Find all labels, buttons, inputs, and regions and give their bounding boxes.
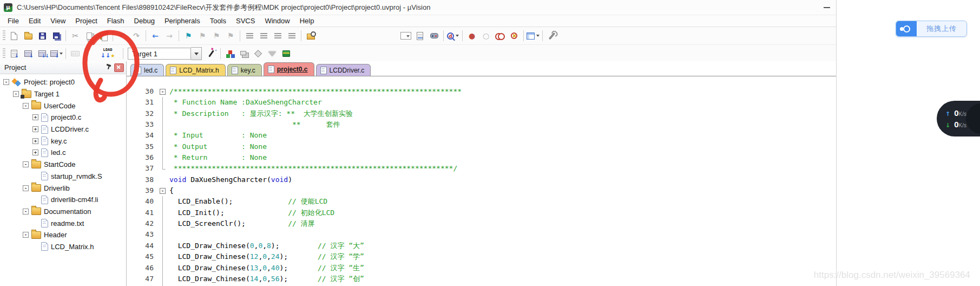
disable-all-breakpoints-button[interactable] [494, 30, 507, 42]
project-tree[interactable]: -Project: project0-Target 1-UserCode+pro… [0, 74, 126, 286]
find-in-files-button[interactable] [304, 30, 317, 42]
multi-project-workspace-button[interactable] [238, 48, 251, 60]
menu-item-project[interactable]: Project [70, 15, 102, 27]
open-file-button[interactable] [22, 30, 35, 42]
target-select-value[interactable]: Target 1 [128, 48, 191, 60]
tab-led-c[interactable]: led.c [130, 64, 164, 76]
menu-item-view[interactable]: View [45, 15, 70, 27]
tree-item-lcddriver-c[interactable]: +LCDDriver.c [0, 123, 126, 135]
bookmark-next-button[interactable]: ⚑ [210, 30, 223, 42]
tab-key-c[interactable]: key.c [227, 64, 262, 76]
collapse-box[interactable]: - [23, 161, 29, 167]
search-combo[interactable] [399, 30, 412, 42]
tree-item-key-c[interactable]: +key.c [0, 135, 126, 147]
select-device-button[interactable] [266, 48, 279, 60]
bookmark-clear-button[interactable]: ⚑ [224, 30, 237, 42]
menu-item-debug[interactable]: Debug [129, 15, 160, 27]
navigate-forward-button[interactable]: → [163, 30, 176, 42]
toolbar-grip[interactable] [3, 48, 5, 59]
software-packs-button[interactable] [252, 48, 265, 60]
debug-session-button[interactable]: d [446, 30, 459, 42]
tree-item-lcd-matrix-h[interactable]: LCD_Matrix.h [0, 241, 126, 253]
tree-item-project0-c[interactable]: +project0.c [0, 112, 126, 123]
batch-build-button[interactable] [50, 48, 63, 60]
debug-target-button[interactable] [427, 30, 440, 42]
indent-right-button[interactable] [257, 30, 270, 42]
collapse-box[interactable]: - [23, 232, 29, 238]
expand-box[interactable]: + [32, 138, 38, 144]
options-for-target-button[interactable] [205, 48, 218, 60]
tree-item-startcode[interactable]: -StartCode [0, 159, 126, 171]
menu-item-help[interactable]: Help [295, 15, 319, 27]
close-panel-button[interactable] [114, 63, 124, 72]
fold-collapse-box[interactable]: - [160, 89, 166, 95]
expand-box[interactable]: + [32, 114, 38, 120]
code-editor[interactable]: 30-/************************************… [127, 76, 836, 286]
indent-left-button[interactable] [243, 30, 256, 42]
save-button[interactable] [36, 30, 49, 42]
dropdown-caret-icon[interactable] [60, 53, 63, 55]
network-speed-widget[interactable]: ↑ 0K/s ↓ 0K/s [937, 101, 980, 136]
tab-project0-c[interactable]: project0.c [264, 62, 314, 76]
tree-item-project-project0[interactable]: -Project: project0 [0, 76, 126, 88]
manage-project-items-button[interactable] [223, 48, 236, 60]
pin-icon[interactable] [106, 64, 112, 71]
toolbar-grip[interactable] [3, 30, 5, 41]
target-select-dropdown[interactable] [191, 47, 202, 60]
tree-item-startup-rvmdk-s[interactable]: startup_rvmdk.S [0, 171, 126, 183]
rebuild-button[interactable] [36, 48, 49, 60]
collapse-box[interactable]: - [13, 91, 19, 97]
tree-item-led-c[interactable]: +led.c [0, 147, 126, 159]
build-button[interactable] [22, 48, 35, 60]
tree-item-header[interactable]: -Header [0, 229, 126, 241]
new-file-button[interactable] [8, 30, 21, 42]
paste-button[interactable] [97, 30, 110, 42]
window-layout-button[interactable] [527, 30, 540, 42]
insert-breakpoint-button[interactable]: ● [465, 30, 478, 42]
menu-item-tools[interactable]: Tools [205, 15, 231, 27]
tree-item-readme-txt[interactable]: readme.txt [0, 217, 126, 229]
uncomment-selection-button[interactable] [285, 30, 298, 42]
redo-button[interactable]: ↷ [130, 30, 143, 42]
kill-all-breakpoints-button[interactable] [508, 30, 521, 42]
menu-item-flash[interactable]: Flash [102, 15, 129, 27]
menu-item-svcs[interactable]: SVCS [231, 15, 260, 27]
dropdown-caret-icon[interactable] [536, 35, 540, 37]
menu-item-file[interactable]: File [3, 15, 24, 27]
disable-breakpoint-button[interactable]: ○ [479, 30, 492, 42]
copy-button[interactable] [83, 30, 96, 42]
minimize-button[interactable] [823, 4, 831, 11]
expand-box[interactable]: + [32, 126, 38, 132]
download-to-flash-button[interactable]: LOAD ↓↓★ [99, 47, 116, 61]
comment-selection-button[interactable] [271, 30, 284, 42]
tab-lcd-matrix-h[interactable]: LCD_Matrix.h [166, 64, 225, 76]
bookmark-prev-button[interactable]: ⚑ [196, 30, 209, 42]
collapse-box[interactable]: - [23, 185, 29, 191]
fold-collapse-box[interactable]: - [160, 188, 166, 194]
translate-button[interactable] [8, 48, 21, 60]
target-select[interactable]: Target 1 [128, 48, 202, 60]
navigate-back-button[interactable]: ← [149, 30, 162, 42]
collapse-box[interactable]: - [3, 79, 9, 85]
collapse-box[interactable]: - [23, 209, 29, 214]
tree-item-driverlib[interactable]: -Driverlib [0, 182, 126, 194]
dropdown-caret-icon[interactable] [456, 35, 459, 37]
tree-item-target-1[interactable]: -Target 1 [0, 88, 126, 100]
collapse-box[interactable]: - [23, 103, 29, 109]
tab-lcddriver-c[interactable]: LCDDriver.c [316, 64, 371, 76]
tree-item-usercode[interactable]: -UserCode [0, 100, 126, 112]
cut-button[interactable]: ✂ [69, 30, 82, 42]
configure-tools-button[interactable] [545, 30, 558, 42]
drag-upload-button[interactable]: 拖拽上传 [896, 21, 967, 37]
tree-item-documentation[interactable]: -Documentation [0, 206, 126, 218]
save-all-button[interactable] [50, 30, 63, 42]
bookmark-toggle-button[interactable]: ⚑ [182, 30, 195, 42]
stop-build-button[interactable] [69, 48, 82, 60]
syntax-check-button[interactable] [413, 30, 426, 42]
menu-item-window[interactable]: Window [260, 15, 294, 27]
undo-button[interactable]: ↶ [116, 30, 129, 42]
expand-box[interactable]: + [32, 150, 38, 155]
menu-item-edit[interactable]: Edit [24, 15, 45, 27]
tree-item-driverlib-cm4f-li[interactable]: driverlib-cm4f.li [0, 194, 126, 206]
pack-installer-button[interactable] [280, 48, 293, 60]
